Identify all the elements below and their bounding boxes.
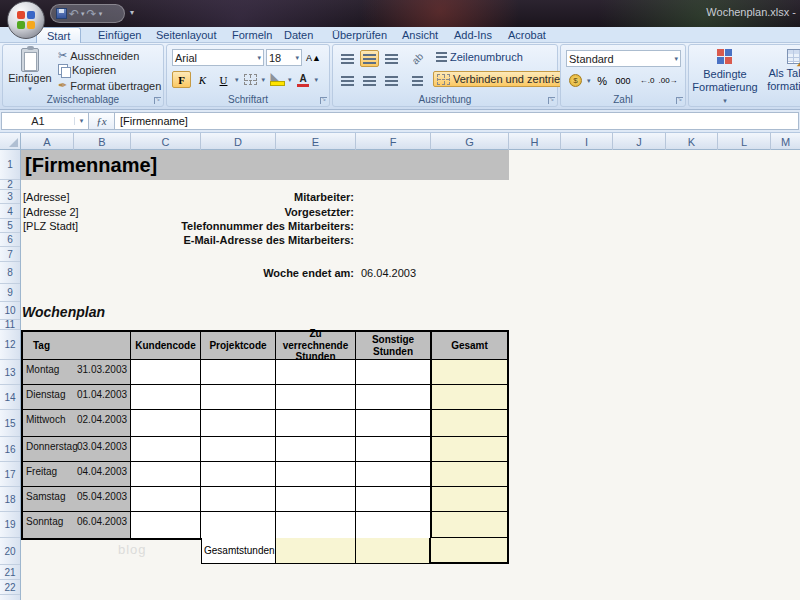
row-header[interactable]: 2 <box>0 180 20 190</box>
copy-button[interactable]: Kopieren <box>55 63 119 77</box>
row-header[interactable]: 20 <box>0 538 20 565</box>
column-header-g[interactable]: G <box>431 133 509 150</box>
label-telefonnummer[interactable]: Telefonnummer des Mitarbeiters: <box>21 220 354 232</box>
row-header[interactable]: 21 <box>0 565 20 580</box>
bold-button[interactable]: F <box>172 71 191 88</box>
row-header[interactable]: 19 <box>0 512 20 538</box>
row-header[interactable]: 5 <box>0 219 20 233</box>
projektcode-cell[interactable] <box>201 462 276 486</box>
font-color-caret-icon[interactable]: ▾ <box>315 76 319 84</box>
row-header[interactable]: 1 <box>0 150 20 180</box>
tab-einfuegen[interactable]: Einfügen <box>88 27 151 43</box>
company-name-cell[interactable]: [Firmenname] <box>21 150 509 180</box>
name-box[interactable]: A1 ▾ <box>1 112 89 130</box>
column-header-h[interactable]: H <box>509 133 561 150</box>
column-header-b[interactable]: B <box>74 133 131 150</box>
column-header-m[interactable]: M <box>771 133 800 150</box>
projektcode-cell[interactable] <box>201 360 276 384</box>
row-header[interactable]: 6 <box>0 233 20 247</box>
row-header[interactable]: 11 <box>0 320 20 330</box>
projektcode-cell[interactable] <box>201 512 276 538</box>
verrechnende-stunden-cell[interactable] <box>276 437 356 461</box>
row-header[interactable]: 9 <box>0 284 20 302</box>
formula-input[interactable]: [Firmenname] <box>115 112 799 130</box>
gesamt-cell[interactable] <box>431 462 507 486</box>
kundencode-cell[interactable] <box>131 437 201 461</box>
kundencode-cell[interactable] <box>131 410 201 436</box>
column-header-f[interactable]: F <box>356 133 431 150</box>
tab-seitenlayout[interactable]: Seitenlayout <box>146 27 227 43</box>
sonstige-stunden-cell[interactable] <box>356 410 431 436</box>
format-as-table-button[interactable]: Als Tabelle formatieren <box>765 49 800 92</box>
label-vorgesetzter[interactable]: Vorgesetzter: <box>21 206 354 218</box>
gesamt-cell[interactable] <box>431 487 507 511</box>
borders-button[interactable] <box>241 71 260 88</box>
day-cell[interactable]: Sonntag06.04.2003 <box>23 512 131 538</box>
day-cell[interactable]: Montag31.03.2003 <box>23 360 131 384</box>
column-header-j[interactable]: J <box>613 133 666 150</box>
percent-button[interactable]: % <box>593 72 612 89</box>
decrease-decimal-button[interactable]: .00→ <box>659 72 678 89</box>
conditional-formatting-button[interactable]: Bedingte Formatierung ▾ <box>697 49 753 106</box>
number-format-combo[interactable]: Standard ▾ <box>566 50 681 67</box>
projektcode-cell[interactable] <box>201 410 276 436</box>
redo-icon[interactable]: ↷ <box>87 8 97 20</box>
label-mitarbeiter[interactable]: Mitarbeiter: <box>21 191 354 203</box>
verrechnende-stunden-cell[interactable] <box>276 360 356 384</box>
cut-button[interactable]: ✂ Ausschneiden <box>55 48 142 63</box>
decrease-indent-button[interactable] <box>408 72 427 89</box>
sonstige-stunden-cell[interactable] <box>356 462 431 486</box>
tab-start[interactable]: Start <box>36 27 81 43</box>
kundencode-cell[interactable] <box>131 487 201 511</box>
office-button[interactable] <box>7 1 45 39</box>
row-header[interactable]: 10 <box>0 302 20 320</box>
undo-icon[interactable]: ↶ <box>69 8 79 20</box>
row-header[interactable]: 14 <box>0 385 20 410</box>
dialog-launcher-icon[interactable] <box>320 97 327 104</box>
projektcode-cell[interactable] <box>201 385 276 409</box>
gesamt-cell[interactable] <box>431 437 507 461</box>
row-header[interactable]: 16 <box>0 437 20 462</box>
day-cell[interactable]: Freitag04.04.2003 <box>23 462 131 486</box>
save-icon[interactable] <box>56 8 67 19</box>
verrechnende-stunden-cell[interactable] <box>276 512 356 538</box>
fill-caret-icon[interactable]: ▾ <box>288 76 292 84</box>
name-box-caret-icon[interactable]: ▾ <box>74 117 88 125</box>
row-header[interactable]: 4 <box>0 204 20 219</box>
column-header-k[interactable]: K <box>666 133 718 150</box>
font-name-combo[interactable]: Arial ▾ <box>172 49 264 66</box>
verrechnende-stunden-cell[interactable] <box>276 385 356 409</box>
increase-decimal-button[interactable]: ←.0 <box>638 72 657 89</box>
day-cell[interactable]: Mittwoch02.04.2003 <box>23 410 131 436</box>
column-header-d[interactable]: D <box>201 133 276 150</box>
projektcode-cell[interactable] <box>201 487 276 511</box>
row-header[interactable]: 15 <box>0 410 20 437</box>
week-end-date-cell[interactable]: 06.04.2003 <box>361 267 416 279</box>
italic-button[interactable]: K <box>193 71 212 88</box>
gesamtstunden-label-cell[interactable]: Gesamtstunden <box>202 538 276 563</box>
dialog-launcher-icon[interactable] <box>154 97 161 104</box>
tab-ueberpruefen[interactable]: Überprüfen <box>322 27 397 43</box>
sonstige-stunden-cell[interactable] <box>356 360 431 384</box>
verrechnende-stunden-cell[interactable] <box>276 462 356 486</box>
font-size-combo[interactable]: 18 ▾ <box>266 49 302 66</box>
column-header-a[interactable]: A <box>21 133 74 150</box>
underline-button[interactable]: U <box>214 71 233 88</box>
align-bottom-button[interactable] <box>382 50 401 67</box>
dialog-launcher-icon[interactable] <box>676 97 683 104</box>
kundencode-cell[interactable] <box>131 462 201 486</box>
column-header-l[interactable]: L <box>718 133 771 150</box>
row-header[interactable]: 17 <box>0 462 20 487</box>
sonstige-stunden-cell[interactable] <box>356 385 431 409</box>
align-center-button[interactable] <box>360 72 379 89</box>
sonstige-stunden-cell[interactable] <box>356 512 431 538</box>
column-header-i[interactable]: I <box>561 133 613 150</box>
dialog-launcher-icon[interactable] <box>548 97 555 104</box>
insert-function-button[interactable]: ƒx <box>89 112 115 130</box>
gesamt-cell[interactable] <box>431 360 507 384</box>
currency-button[interactable]: $ <box>566 72 585 89</box>
row-header[interactable]: 7 <box>0 247 20 262</box>
format-painter-button[interactable]: ✒ Format übertragen <box>55 78 164 93</box>
tab-addins[interactable]: Add-Ins <box>444 27 502 43</box>
gesamt-cell[interactable] <box>431 512 507 538</box>
